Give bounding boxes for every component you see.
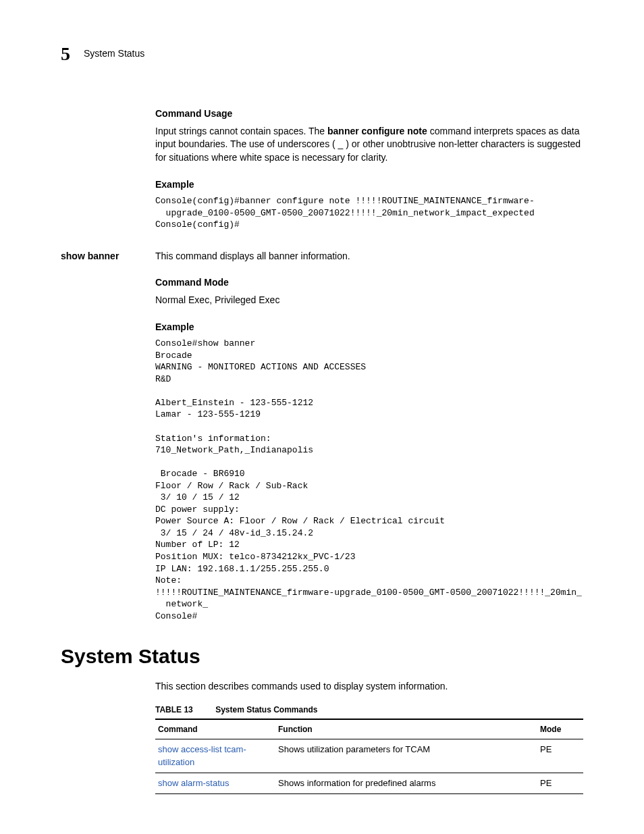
show-banner-desc: This command displays all banner informa… [155, 250, 583, 263]
col-header-mode: Mode [537, 719, 583, 739]
link-show-access-list[interactable]: show access-list tcam-utilization [158, 744, 246, 766]
margin-label-show-banner: show banner [61, 250, 149, 263]
heading-command-usage: Command Usage [155, 107, 583, 121]
chapter-number: 5 [61, 41, 70, 67]
usage-text-pre: Input strings cannot contain spaces. The [155, 126, 327, 136]
system-status-content: This section describes commands used to … [155, 680, 583, 794]
example-1-code: Console(config)#banner configure note !!… [155, 195, 583, 231]
system-status-commands-table: Command Function Mode show access-list t… [155, 719, 583, 794]
cell-function: Shows utilization parameters for TCAM [275, 739, 537, 773]
heading-example-1: Example [155, 178, 583, 192]
table-row: show alarm-status Shows information for … [155, 773, 583, 793]
chapter-title: System Status [84, 47, 144, 61]
example-2-code: Console#show banner Brocade WARNING - MO… [155, 338, 583, 622]
table-number: TABLE 13 [155, 705, 193, 714]
usage-text-bold: banner configure note [327, 126, 427, 136]
link-show-alarm-status[interactable]: show alarm-status [158, 778, 229, 788]
col-header-function: Function [275, 719, 537, 739]
main-content: Command Usage Input strings cannot conta… [155, 107, 583, 622]
heading-example-2: Example [155, 321, 583, 334]
heading-command-mode: Command Mode [155, 276, 583, 290]
table-title: System Status Commands [215, 705, 317, 714]
command-mode-text: Normal Exec, Privileged Exec [155, 294, 583, 307]
table-row: show access-list tcam-utilization Shows … [155, 739, 583, 773]
table-caption: TABLE 13 System Status Commands [155, 704, 583, 716]
command-usage-paragraph: Input strings cannot contain spaces. The… [155, 125, 583, 165]
table-header-row: Command Function Mode [155, 719, 583, 739]
heading-system-status: System Status [61, 642, 583, 671]
cell-mode: PE [537, 773, 583, 793]
page-header: 5 System Status [61, 41, 583, 67]
cell-mode: PE [537, 739, 583, 773]
col-header-command: Command [155, 719, 275, 739]
system-status-intro: This section describes commands used to … [155, 680, 583, 694]
cell-function: Shows information for predefined alarms [275, 773, 537, 793]
